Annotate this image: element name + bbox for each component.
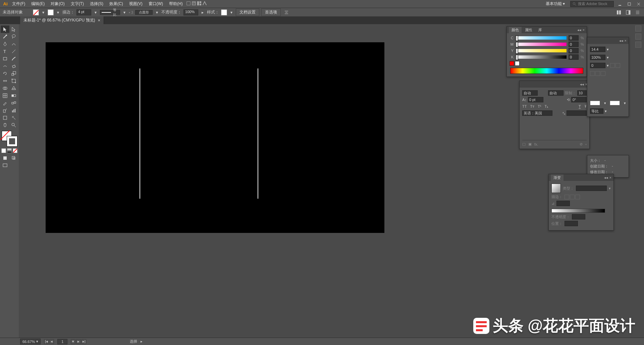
stroke-weight-dropdown[interactable]: ▾ [93, 10, 98, 15]
shaper-tool-icon[interactable] [1, 62, 9, 70]
gradient-tool-icon[interactable] [9, 92, 18, 99]
grad-stroke-across-icon[interactable] [575, 195, 580, 199]
char-collapse-icon[interactable]: ◂◂ [580, 82, 584, 87]
cyan-slider[interactable] [516, 36, 567, 40]
grad-stroke-in-icon[interactable] [565, 195, 569, 199]
artboard-number[interactable]: 1 [57, 339, 67, 344]
stroke-profile-field[interactable]: 等比 [590, 108, 603, 114]
menu-edit[interactable]: 编辑(E) [29, 0, 47, 7]
dock-item-3[interactable] [635, 42, 641, 48]
window-max-icon[interactable] [626, 1, 633, 7]
yellow-slider[interactable] [516, 49, 567, 52]
path-line-1[interactable] [140, 68, 140, 199]
menu-icon[interactable] [634, 9, 641, 16]
panel-toggle-icon[interactable] [625, 9, 632, 16]
perspective-tool-icon[interactable] [9, 85, 18, 92]
menu-object[interactable]: 对象(O) [48, 0, 67, 7]
eyedropper-tool-icon[interactable] [1, 99, 9, 107]
last-artboard-icon[interactable]: ▸| [82, 339, 86, 344]
graph-tool-icon[interactable] [9, 107, 18, 114]
type-tool-icon[interactable]: T [1, 48, 9, 55]
stroke-profile-preview[interactable]: 等比 [100, 10, 120, 15]
panel-close-icon[interactable]: × [583, 28, 585, 32]
screen-mode-icon[interactable] [1, 162, 9, 169]
slice-tool-icon[interactable] [9, 114, 18, 121]
lasso-tool-icon[interactable] [9, 33, 18, 40]
brush-tool-icon[interactable] [9, 55, 18, 62]
underline-icon[interactable]: T̲ [579, 104, 581, 109]
path-line-2[interactable] [258, 68, 258, 199]
brush-profile-preview[interactable]: 点圆形 [135, 10, 153, 15]
direct-select-tool-icon[interactable] [9, 26, 18, 33]
rect-tool-icon[interactable] [1, 55, 9, 62]
line-tool-icon[interactable] [9, 48, 18, 55]
none-color-icon[interactable] [509, 61, 514, 66]
stroke-swatch-large[interactable] [7, 136, 17, 146]
style-swatch[interactable] [221, 9, 227, 15]
bridge-icon[interactable] [186, 1, 191, 7]
style-dropdown[interactable]: ▾ [229, 10, 234, 15]
gradient-collapse-icon[interactable]: ◂◂ [604, 176, 608, 180]
artboard-dropdown-icon[interactable]: ▾ [71, 339, 75, 344]
color-spectrum[interactable] [510, 68, 583, 74]
join-miter-icon[interactable] [590, 71, 595, 76]
fill-dropdown[interactable]: ▾ [41, 10, 46, 15]
magenta-slider[interactable] [516, 43, 567, 46]
status-menu-icon[interactable]: ▸ [141, 339, 143, 344]
zoom-level[interactable]: 66.67% ▾ [20, 339, 41, 344]
antialias-select[interactable] [567, 110, 587, 116]
magenta-value[interactable]: 0 [569, 42, 579, 47]
none-mode-icon[interactable] [13, 148, 17, 153]
layer-new-icon[interactable]: ▫ [585, 142, 587, 146]
close-tab-icon[interactable]: × [98, 18, 101, 23]
draw-behind-icon[interactable] [9, 154, 18, 162]
eraser-tool-icon[interactable] [9, 62, 18, 70]
black-slider[interactable] [516, 55, 567, 59]
fill-stroke-swatches[interactable] [2, 131, 17, 146]
width-tool-icon[interactable] [1, 77, 9, 85]
mesh-tool-icon[interactable] [1, 92, 9, 99]
blend-tool-icon[interactable] [9, 99, 18, 107]
menu-view[interactable]: 视图(V) [126, 0, 145, 7]
strike-icon[interactable]: Ŧ [584, 104, 587, 108]
document-tab[interactable]: 未标题-1* @ 66.67% (CMYK/GPU 预览) × [20, 16, 104, 24]
libraries-tab[interactable]: 库 [536, 27, 545, 33]
dock-item-1[interactable] [635, 26, 641, 32]
preferences-button[interactable]: 首选项 [261, 8, 281, 16]
stroke-opacity-field[interactable]: 100% [590, 55, 605, 60]
selection-tool-icon[interactable] [1, 26, 9, 33]
layer-fx-icon[interactable]: fx. [534, 142, 538, 146]
stroke-close-icon[interactable]: × [625, 39, 627, 43]
fill-swatch[interactable] [33, 9, 39, 15]
gradient-close-icon[interactable]: × [609, 176, 611, 180]
language-select[interactable]: 英语：美国 [522, 110, 552, 116]
baseline-input[interactable]: 0 pt [528, 97, 543, 102]
pen-tool-icon[interactable] [1, 40, 9, 48]
cyan-value[interactable]: 0 [569, 35, 579, 41]
stroke-collapse-icon[interactable]: ◂◂ [619, 39, 623, 43]
stroke-weight-input[interactable]: 4 pt [76, 9, 91, 15]
white-color-icon[interactable] [515, 61, 520, 66]
menu-effect[interactable]: 效果(C) [107, 0, 126, 7]
black-value[interactable]: 0 [569, 54, 579, 60]
menu-help[interactable]: 帮助(H) [166, 0, 185, 7]
arrange-icon[interactable] [197, 1, 202, 7]
prev-artboard-icon[interactable]: ◂ [49, 339, 54, 344]
dock-item-2[interactable] [635, 34, 641, 40]
dash-preview-1[interactable] [590, 101, 600, 105]
gradient-mode-icon[interactable] [7, 148, 12, 153]
join-round-icon[interactable] [595, 71, 600, 76]
menu-select[interactable]: 选择(S) [87, 0, 106, 7]
stroke-swatch[interactable] [48, 9, 54, 15]
artboard-tool-icon[interactable] [1, 114, 9, 121]
stroke-profile-dropdown[interactable]: ▾ [122, 10, 127, 15]
free-transform-tool-icon[interactable] [9, 77, 18, 85]
color-mode-icon[interactable] [1, 148, 6, 153]
rotation-input[interactable]: 0° [571, 97, 587, 102]
join-bevel-icon[interactable] [601, 71, 605, 76]
opacity-input[interactable]: 100% [183, 9, 198, 15]
hand-tool-icon[interactable] [1, 121, 9, 129]
kerning-input[interactable]: 自动 [522, 90, 538, 96]
share-icon[interactable] [202, 1, 207, 7]
color-tab[interactable]: 颜色 [509, 27, 522, 33]
